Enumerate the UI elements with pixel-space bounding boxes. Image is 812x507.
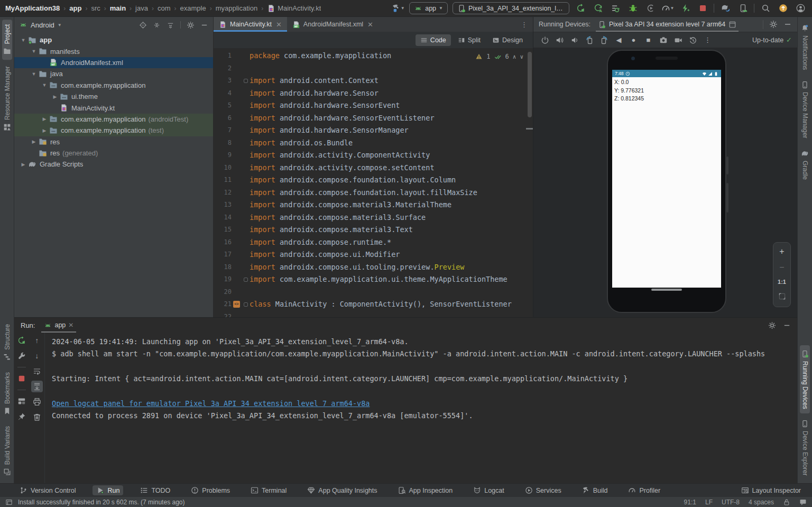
close-tab-icon[interactable]: ✕ xyxy=(276,21,282,28)
mode-design-button[interactable]: Design xyxy=(487,34,528,46)
device-android-button[interactable] xyxy=(736,2,749,15)
window-icon[interactable] xyxy=(5,499,13,506)
chevron-down-icon[interactable]: ▼ xyxy=(58,23,62,27)
build-hammer-button[interactable]: ▼ xyxy=(392,2,404,15)
close-icon[interactable]: ✕ xyxy=(68,321,73,329)
chevron-right-icon[interactable]: ▶ xyxy=(40,116,49,122)
stop-button[interactable] xyxy=(696,2,709,15)
indent-setting[interactable]: 4 spaces xyxy=(749,499,774,506)
gear-icon[interactable] xyxy=(187,21,195,29)
locate-icon[interactable] xyxy=(139,21,147,29)
restore-layout-button[interactable] xyxy=(16,395,27,407)
file-encoding[interactable]: UTF-8 xyxy=(722,499,740,506)
zoom-to-fit-button[interactable] xyxy=(778,292,786,302)
rerun-button[interactable] xyxy=(574,2,587,15)
volume-down-button[interactable] xyxy=(567,34,582,47)
console-link[interactable]: Open logcat panel for emulator Pixel 3a … xyxy=(52,398,794,410)
breadcrumb-item[interactable]: main xyxy=(110,4,126,12)
code-editor[interactable]: 1package com.example.myapplication23impo… xyxy=(214,49,533,317)
clear-button[interactable] xyxy=(31,411,43,423)
breadcrumb-item[interactable]: MainActivity.kt xyxy=(267,4,321,13)
sidebar-item-running-devices[interactable]: Running Devices xyxy=(800,345,810,414)
sidebar-item-device-explorer[interactable]: Device Explorer xyxy=(800,415,810,481)
emulator-screen[interactable]: 7:48 X: 0.0Y: 9.776321Z: 0.812345 xyxy=(612,70,721,288)
update-button[interactable] xyxy=(777,2,789,15)
scroll-to-end-button[interactable] xyxy=(31,381,43,392)
emulator-phone[interactable]: 7:48 X: 0.0Y: 9.776321Z: 0.812345 xyxy=(607,50,726,313)
avatar-button[interactable] xyxy=(794,2,807,15)
zoom-in-button[interactable]: + xyxy=(779,247,784,256)
chevron-right-icon[interactable]: ▶ xyxy=(19,162,28,167)
breadcrumb-item[interactable]: example xyxy=(180,4,206,12)
hide-icon[interactable] xyxy=(200,21,208,29)
run-configurations-button[interactable] xyxy=(609,2,622,15)
soft-wrap-button[interactable] xyxy=(31,365,43,377)
gradle-sync-button[interactable] xyxy=(719,2,732,15)
tree-item[interactable]: ▶Gradle Scripts xyxy=(14,159,213,170)
sidebar-item-bookmarks[interactable]: Bookmarks xyxy=(2,367,12,420)
toolwindow-button-app-quality-insights[interactable]: App Quality Insights xyxy=(303,485,381,495)
more-button[interactable]: ⋮ xyxy=(700,34,715,47)
run-configuration-select[interactable]: app ▼ xyxy=(409,2,448,14)
fold-marker-icon[interactable] xyxy=(242,79,250,83)
breadcrumb-item[interactable]: MyApplication38 xyxy=(5,4,60,12)
lock-icon[interactable] xyxy=(783,499,790,506)
back-button[interactable]: ◀ xyxy=(612,34,626,47)
editor-tab[interactable]: MFAndroidManifest.xml✕ xyxy=(287,17,379,32)
toolwindow-button-profiler[interactable]: Profiler xyxy=(624,485,664,495)
sidebar-item-build-variants[interactable]: Build Variants xyxy=(2,421,12,481)
rerun-button[interactable] xyxy=(16,335,27,346)
overview-button[interactable]: ■ xyxy=(641,34,656,47)
breadcrumb-item[interactable]: src xyxy=(91,4,100,12)
hide-panel-icon[interactable] xyxy=(783,321,791,329)
editor-tab[interactable]: MainActivity.kt✕ xyxy=(214,17,287,32)
apply-code-changes-button[interactable]: A xyxy=(592,2,604,15)
toolwindow-button-build[interactable]: Build xyxy=(578,485,612,495)
tree-item[interactable]: ▼app xyxy=(14,34,213,45)
tree-item[interactable]: ▶ui.theme xyxy=(14,91,213,102)
tree-item[interactable]: res(generated) xyxy=(14,148,213,159)
line-separator[interactable]: LF xyxy=(705,499,713,506)
rotate-left-button[interactable] xyxy=(582,34,596,47)
float-window-icon[interactable] xyxy=(728,21,736,29)
caret-position[interactable]: 91:1 xyxy=(684,499,696,506)
breadcrumb-item[interactable]: java xyxy=(135,4,148,12)
chevron-down-icon[interactable]: ▼ xyxy=(19,38,28,43)
apply-changes-button[interactable] xyxy=(679,2,691,15)
search-button[interactable] xyxy=(759,2,772,15)
run-tab-app[interactable]: app ✕ xyxy=(41,318,76,333)
toolwindow-button-logcat[interactable]: Logcat xyxy=(469,485,508,495)
tree-item[interactable]: ▼java xyxy=(14,68,213,79)
sidebar-item-structure[interactable]: Structure xyxy=(2,319,12,366)
running-device-tab[interactable]: Pixel 3a API 34 extension level 7 arm64 xyxy=(596,17,739,32)
tree-item[interactable]: ▶com.example.myapplication(test) xyxy=(14,125,213,136)
tree-item[interactable]: MainActivity.kt xyxy=(14,102,213,113)
mode-split-button[interactable]: Split xyxy=(453,34,485,46)
stop-button[interactable] xyxy=(16,373,27,384)
tree-item[interactable]: ▼manifests xyxy=(14,45,213,57)
chevron-down-icon[interactable]: ▼ xyxy=(40,82,49,88)
toolwindow-button-version-control[interactable]: Version Control xyxy=(16,485,79,495)
notification-balloon-icon[interactable] xyxy=(799,499,807,506)
sidebar-item-device-manager[interactable]: Device Manager xyxy=(800,76,810,143)
breadcrumb-item[interactable]: com xyxy=(158,4,171,12)
home-button[interactable]: ● xyxy=(626,34,641,47)
tree-item[interactable]: ▼com.example.myapplication xyxy=(14,80,213,91)
chevron-down-icon[interactable]: ▼ xyxy=(29,71,39,77)
snapshot-button[interactable] xyxy=(686,34,700,47)
zoom-out-button[interactable]: − xyxy=(779,263,784,272)
print-button[interactable] xyxy=(31,396,43,408)
tree-item[interactable]: ▶com.example.myapplication(androidTest) xyxy=(14,114,213,125)
sidebar-item-project[interactable]: Project xyxy=(2,20,12,60)
run-class-marker-icon[interactable]: <> xyxy=(232,301,242,308)
tree-item[interactable]: ▶res xyxy=(14,136,213,148)
toolwindow-button-app-inspection[interactable]: App Inspection xyxy=(394,485,457,495)
device-select[interactable]: Pixel_3a_API_34_extension_level_7_arm64-… xyxy=(453,2,569,14)
breadcrumb-item[interactable]: app xyxy=(69,4,81,12)
sidebar-item-resource-manager[interactable]: Resource Manager xyxy=(2,61,12,136)
fold-marker-icon[interactable] xyxy=(242,302,250,307)
sidebar-item-notifications[interactable]: Notifications xyxy=(800,20,810,75)
collapse-all-icon[interactable] xyxy=(167,21,174,29)
next-problem-icon[interactable]: ∨ xyxy=(520,54,523,60)
tab-options-icon[interactable]: ⋮ xyxy=(521,21,528,28)
